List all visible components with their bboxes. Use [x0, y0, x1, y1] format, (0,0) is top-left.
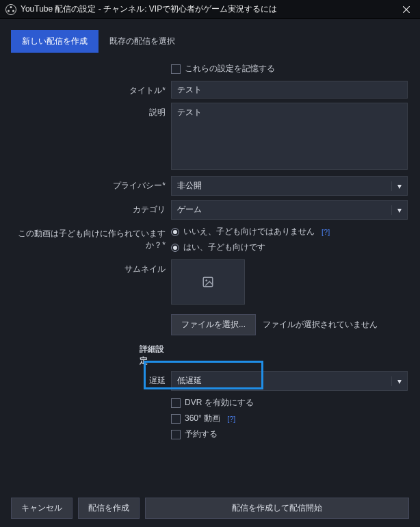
close-icon	[403, 6, 410, 13]
category-label: カテゴリ	[10, 200, 171, 216]
cancel-button[interactable]: キャンセル	[11, 498, 73, 519]
app-icon	[5, 4, 16, 15]
kids-help-link[interactable]: [?]	[321, 228, 330, 236]
svg-point-2	[8, 10, 10, 12]
svg-point-3	[12, 10, 14, 12]
description-label: 説明	[10, 103, 171, 118]
svg-point-7	[205, 279, 207, 281]
dvr-label: DVR を有効にする	[185, 397, 254, 409]
thumbnail-label: サムネイル	[10, 259, 171, 275]
thumbnail-select-button[interactable]: ファイルを選択...	[171, 314, 256, 335]
advanced-section-title: 詳細設定	[10, 339, 171, 367]
image-icon	[202, 276, 214, 288]
privacy-label: プライバシー*	[10, 176, 171, 192]
title-input[interactable]	[171, 81, 408, 99]
checkbox-icon	[171, 64, 181, 74]
remember-settings-label: これらの設定を記憶する	[185, 63, 275, 75]
kids-no-label: いいえ、子ども向けではありません	[183, 226, 315, 237]
latency-label: 遅延	[10, 371, 171, 387]
form-content: これらの設定を記憶する タイトル* 説明 テスト プライバシー* 非公開 ▾ カ…	[0, 53, 420, 452]
dvr-checkbox[interactable]: DVR を有効にする	[171, 395, 408, 411]
kids-yes-radio[interactable]: はい、子ども向けです	[171, 240, 408, 255]
v360-help-link[interactable]: [?]	[227, 415, 235, 423]
schedule-checkbox[interactable]: 予約する	[171, 426, 408, 442]
tabbar: 新しい配信を作成 既存の配信を選択	[0, 19, 420, 53]
privacy-value: 非公開	[177, 180, 202, 192]
schedule-label: 予約する	[185, 428, 218, 440]
remember-settings-checkbox[interactable]: これらの設定を記憶する	[171, 61, 408, 77]
category-select[interactable]: ゲーム ▾	[171, 200, 408, 220]
kids-yes-label: はい、子ども向けです	[183, 242, 265, 253]
radio-icon	[171, 244, 179, 252]
chevron-down-icon: ▾	[391, 376, 402, 386]
create-and-start-button[interactable]: 配信を作成して配信開始	[145, 498, 409, 519]
latency-value: 低遅延	[177, 375, 202, 387]
tab-new-stream[interactable]: 新しい配信を作成	[11, 30, 99, 53]
svg-point-1	[10, 6, 12, 8]
svg-point-0	[6, 4, 16, 14]
svg-rect-6	[203, 277, 213, 287]
tab-existing-stream[interactable]: 既存の配信を選択	[99, 30, 186, 53]
privacy-select[interactable]: 非公開 ▾	[171, 176, 408, 196]
category-value: ゲーム	[177, 204, 202, 216]
window-title: YouTube 配信の設定 - チャンネル: VIPで初心者がゲーム実況するには	[21, 3, 398, 15]
close-button[interactable]	[398, 1, 415, 18]
thumbnail-preview	[171, 259, 245, 305]
checkbox-icon	[171, 414, 181, 424]
checkbox-icon	[171, 398, 181, 408]
thumbnail-file-status: ファイルが選択されていません	[263, 319, 378, 331]
title-label: タイトル*	[10, 81, 171, 97]
checkbox-icon	[171, 430, 181, 439]
description-input[interactable]: テスト	[171, 103, 408, 170]
chevron-down-icon: ▾	[391, 205, 402, 215]
chevron-down-icon: ▾	[391, 181, 402, 191]
kids-label: この動画は子ども向けに作られていますか？*	[10, 224, 171, 251]
radio-icon	[171, 228, 179, 236]
latency-select[interactable]: 低遅延 ▾	[171, 371, 408, 391]
v360-checkbox[interactable]: 360° 動画 [?]	[171, 411, 408, 426]
footer: キャンセル 配信を作成 配信を作成して配信開始	[0, 489, 420, 527]
titlebar: YouTube 配信の設定 - チャンネル: VIPで初心者がゲーム実況するには	[0, 0, 420, 19]
kids-no-radio[interactable]: いいえ、子ども向けではありません [?]	[171, 224, 408, 240]
v360-label: 360° 動画	[185, 413, 220, 424]
create-button[interactable]: 配信を作成	[78, 498, 140, 519]
